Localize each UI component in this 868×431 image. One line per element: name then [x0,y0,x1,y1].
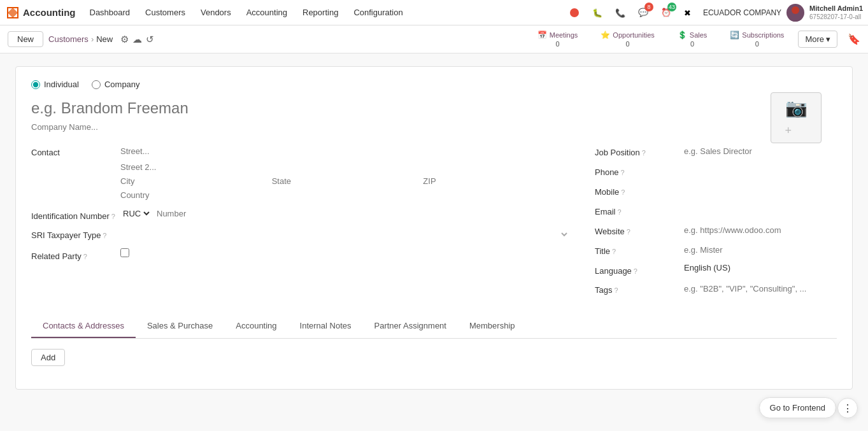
street2-input[interactable] [120,160,569,174]
job-position-help-icon[interactable]: ? [642,149,646,157]
opportunities-stat-button[interactable]: ⭐ Opportunities 0 [592,28,663,50]
tags-label: Tags ? [595,282,684,295]
title-help-icon[interactable]: ? [612,248,616,255]
svg-point-0 [570,8,579,17]
zip-input[interactable] [423,176,569,186]
tab-sales-purchase[interactable]: Sales & Purchase [136,314,224,338]
more-label: More [805,34,824,44]
photo-upload-button[interactable]: 📷+ [771,92,822,143]
tab-content: Add [31,339,837,376]
clock-icon[interactable]: ⏰ 43 [657,4,675,22]
tab-internal-notes[interactable]: Internal Notes [288,314,363,338]
company-radio[interactable] [92,80,101,89]
nav-customers[interactable]: Customers [139,0,192,25]
kebab-menu-button[interactable]: ⋮ [837,398,858,418]
id-help-icon[interactable]: ? [111,213,115,220]
individual-radio-option[interactable]: Individual [31,80,79,89]
more-button[interactable]: More ▾ [798,31,837,48]
country-input[interactable] [120,188,569,202]
mobile-help-icon[interactable]: ? [621,188,625,196]
meetings-label: Meetings [550,31,578,39]
tab-accounting[interactable]: Accounting [224,314,288,338]
tab-partner-assignment[interactable]: Partner Assignment [363,314,458,338]
user-avatar[interactable] [786,4,804,22]
tab-contacts-addresses[interactable]: Contacts & Addresses [31,314,136,338]
breadcrumb-parent[interactable]: Customers [48,34,89,44]
job-position-input[interactable] [684,145,837,158]
website-input[interactable] [684,223,837,237]
mobile-field-row: Mobile ? [595,184,837,197]
state-input[interactable] [272,176,418,186]
user-name: Mitchell Admin1 [809,4,863,13]
sri-type-select[interactable] [120,227,569,242]
contact-field-row: Contact [31,145,569,202]
undo-icon[interactable]: ↺ [146,34,154,45]
nav-configuration[interactable]: Configuration [347,0,409,25]
nav-dashboard[interactable]: Dashboard [83,0,137,25]
phone-input[interactable] [684,164,837,178]
tab-membership[interactable]: Membership [458,314,527,338]
tabs-bar: Contacts & Addresses Sales & Purchase Ac… [31,314,837,339]
add-button[interactable]: Add [31,349,65,366]
website-help-icon[interactable]: ? [627,228,630,236]
bookmark-icon[interactable]: 🔖 [848,33,860,45]
cloud-icon[interactable]: ☁ [132,34,142,45]
subscriptions-stat-button[interactable]: 🔄 Subscriptions 0 [721,28,793,50]
mobile-input[interactable] [684,184,837,197]
tags-help-icon[interactable]: ? [614,286,618,294]
contact-label: Contact [31,145,120,157]
related-party-checkbox[interactable] [120,248,129,257]
related-party-help-icon[interactable]: ? [83,253,87,260]
notification-red-icon[interactable] [566,4,583,22]
individual-radio[interactable] [31,80,40,89]
language-help-icon[interactable]: ? [634,267,637,275]
subscriptions-label: Subscriptions [742,31,784,39]
email-input[interactable] [684,204,837,217]
language-label: Language ? [595,263,684,276]
settings-icon[interactable]: ✖ [680,4,698,22]
city-input[interactable] [120,176,267,186]
id-number-input[interactable] [157,209,569,218]
more-chevron-icon: ▾ [826,34,830,44]
sales-label: Sales [690,31,708,39]
meetings-count: 0 [555,40,559,48]
language-field-row: Language ? English (US) [595,263,837,276]
settings-gear-icon[interactable]: ⚙ [120,34,129,45]
email-help-icon[interactable]: ? [618,208,622,216]
company-label: Company [104,80,140,89]
opportunities-count: 0 [626,40,630,48]
job-position-field-row: Job Position ? [595,145,837,158]
company-name-input[interactable] [31,122,353,132]
tags-input[interactable] [684,282,837,295]
sales-stat-button[interactable]: 💲 Sales 0 [669,28,716,50]
sri-help-icon[interactable]: ? [103,232,106,239]
form-right: Job Position ? Phone ? [595,145,837,302]
meetings-icon: 📅 [537,31,547,39]
app-logo[interactable]: Accounting [5,5,76,20]
id-number-field-row: Identification Number ? RUC [31,208,569,221]
top-navigation: Accounting Dashboard Customers Vendors A… [0,0,868,25]
related-party-label: Related Party ? [31,248,120,261]
toolbar-icons: ⚙ ☁ ↺ [120,34,154,45]
nav-reporting[interactable]: Reporting [296,0,345,25]
nav-vendors[interactable]: Vendors [194,0,238,25]
address-fields [120,145,569,202]
nav-accounting[interactable]: Accounting [240,0,294,25]
website-label: Website ? [595,223,684,236]
bug-icon[interactable]: 🐛 [588,4,606,22]
language-value: English (US) [684,261,730,274]
email-field-row: Email ? [595,204,837,217]
go-to-frontend-button[interactable]: Go to Frontend [759,397,836,418]
id-type-select[interactable]: RUC [120,208,152,219]
title-input[interactable] [684,243,837,257]
breadcrumb-current: New [96,34,113,44]
chat-icon[interactable]: 💬 8 [634,4,652,22]
phone-help-icon[interactable]: ? [621,169,625,176]
phone-icon[interactable]: 📞 [611,4,629,22]
new-button[interactable]: New [8,31,43,47]
contact-type-radio-group: Individual Company [31,80,837,89]
meetings-stat-button[interactable]: 📅 Meetings 0 [529,28,587,50]
company-radio-option[interactable]: Company [92,80,140,89]
name-input[interactable] [31,99,515,117]
street-input[interactable] [120,145,569,158]
